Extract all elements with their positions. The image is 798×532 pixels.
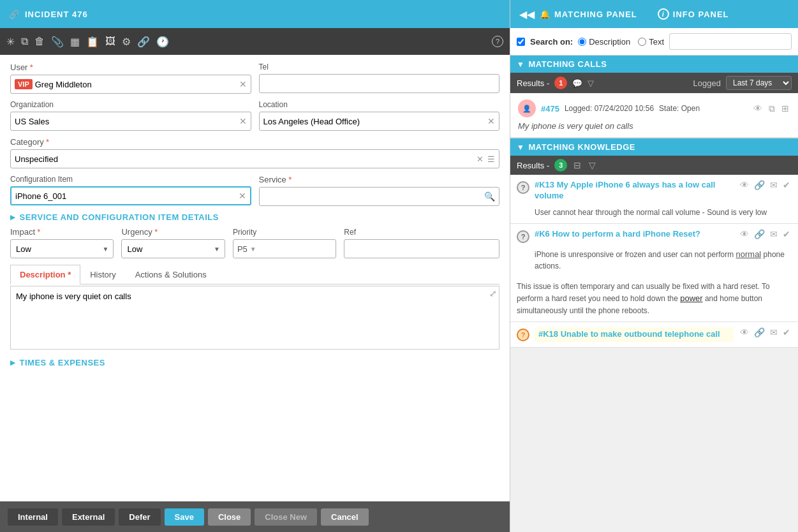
location-input[interactable] — [263, 117, 485, 126]
impact-urgency-row: Impact * Low Medium High Urgency * — [10, 227, 499, 258]
k18-view-button[interactable]: 👁 — [739, 327, 750, 337]
toolbar-icon-clipboard[interactable]: 📋 — [86, 36, 99, 48]
tab-actions-solutions[interactable]: Actions & Solutions — [126, 265, 216, 284]
tel-input-wrapper[interactable] — [259, 74, 500, 93]
knowledge-actions-k13: 👁 🔗 ✉ ✔ — [739, 180, 792, 190]
k18-link-button[interactable]: 🔗 — [753, 327, 766, 337]
close-new-button[interactable]: Close New — [255, 508, 317, 526]
tab-history[interactable]: History — [80, 265, 125, 284]
results-label: Results - — [517, 78, 549, 88]
category-menu-icon[interactable]: ☰ — [487, 154, 495, 164]
category-input-wrapper[interactable]: ✕ ☰ — [10, 149, 499, 168]
search-bar: Search on: Description Text — [510, 28, 798, 55]
toolbar-icon-attach[interactable]: 📎 — [51, 36, 64, 48]
toolbar-icon-image[interactable]: 🖼 — [105, 36, 115, 47]
internal-button[interactable]: Internal — [8, 508, 58, 526]
toolbar-icon-clock[interactable]: 🕐 — [156, 36, 169, 48]
urgency-label: Urgency * — [121, 227, 225, 237]
call-number[interactable]: #475 — [541, 104, 559, 114]
ref-input[interactable] — [348, 244, 495, 254]
text-radio-label[interactable]: Text — [638, 37, 664, 47]
toolbar-icon-link[interactable]: 🔗 — [137, 36, 150, 48]
toolbar-icon-asterisk[interactable]: ✳ — [6, 36, 15, 48]
description-textarea[interactable]: My iphone is very quiet on calls — [10, 286, 499, 350]
category-required: * — [46, 137, 49, 147]
service-search-button[interactable]: 🔍 — [484, 191, 495, 202]
urgency-select[interactable]: Low Medium High — [121, 239, 225, 258]
org-clear-button[interactable]: ✕ — [239, 116, 247, 126]
service-input[interactable] — [263, 192, 482, 202]
ref-input-wrapper[interactable] — [344, 239, 499, 258]
k6-view-button[interactable]: 👁 — [739, 229, 750, 239]
impact-select-wrapper[interactable]: Low Medium High — [10, 239, 114, 258]
location-clear-button[interactable]: ✕ — [487, 116, 495, 126]
knowledge-copy-button[interactable]: ⊟ — [572, 160, 582, 170]
config-input[interactable] — [15, 191, 236, 201]
matching-knowledge-area: ▼ MATCHING KNOWLEDGE Results - 3 ⊟ ▽ ? #… — [510, 138, 798, 532]
user-clear-button[interactable]: ✕ — [239, 79, 247, 89]
config-input-wrapper[interactable]: ✕ — [10, 186, 251, 205]
location-input-wrapper[interactable]: ✕ — [259, 112, 500, 131]
user-tel-row: User * VIP ✕ Tel — [10, 63, 499, 94]
times-expenses-toggle[interactable]: TIMES & EXPENSES — [10, 358, 499, 367]
k13-link-button[interactable]: 🔗 — [753, 180, 766, 190]
save-button[interactable]: Save — [165, 508, 204, 526]
info-icon: i — [658, 8, 669, 20]
k6-email-button[interactable]: ✉ — [769, 229, 779, 239]
priority-display[interactable]: P5 ▼ — [233, 239, 336, 258]
k18-check-button[interactable]: ✔ — [781, 327, 792, 337]
defer-button[interactable]: Defer — [119, 508, 160, 526]
info-panel-title: i INFO PANEL — [658, 8, 729, 20]
link-icon: 🔗 — [9, 10, 20, 19]
org-input-wrapper[interactable]: ✕ — [10, 112, 251, 131]
description-radio-label[interactable]: Description — [578, 37, 630, 47]
matching-knowledge-collapse-icon[interactable]: ▼ — [517, 143, 524, 152]
urgency-select-wrapper[interactable]: Low Medium High — [121, 239, 225, 258]
panel-nav-icon[interactable]: ◀◀ — [519, 8, 535, 20]
knowledge-title-k6[interactable]: #K6 How to perform a hard iPhone Reset? — [535, 229, 734, 240]
close-button[interactable]: Close — [208, 508, 251, 526]
config-clear-button[interactable]: ✕ — [239, 191, 246, 201]
category-clear-icon[interactable]: ✕ — [477, 154, 484, 164]
help-button[interactable]: ? — [492, 36, 503, 47]
expand-icon[interactable]: ⤢ — [489, 288, 497, 299]
call-edit-button[interactable]: ⧉ — [767, 103, 776, 114]
toolbar-icon-delete[interactable]: 🗑 — [34, 36, 45, 47]
knowledge-results-label: Results - — [517, 161, 549, 170]
knowledge-item-k13-header: ? #K13 My Apple iPhone 6 always has a lo… — [510, 175, 798, 207]
k6-link-button[interactable]: 🔗 — [753, 229, 766, 239]
logged-select[interactable]: Last 7 days Last 30 days Last 90 days Al… — [726, 76, 792, 90]
category-input[interactable] — [15, 154, 474, 164]
impact-select[interactable]: Low Medium High — [10, 239, 114, 258]
user-input-wrapper[interactable]: VIP ✕ — [10, 75, 251, 94]
service-input-wrapper[interactable]: 🔍 — [259, 187, 500, 206]
k13-view-button[interactable]: 👁 — [739, 180, 750, 190]
knowledge-title-k13[interactable]: #K13 My Apple iPhone 6 always has a low … — [535, 180, 734, 202]
call-view-button[interactable]: 👁 — [752, 103, 764, 114]
k13-check-button[interactable]: ✔ — [781, 180, 792, 190]
tel-input[interactable] — [263, 79, 496, 89]
text-radio[interactable] — [638, 38, 646, 46]
toolbar-icon-settings[interactable]: ⚙ — [122, 36, 131, 48]
tab-description[interactable]: Description — [10, 265, 80, 284]
k18-email-button[interactable]: ✉ — [769, 327, 779, 337]
description-radio[interactable] — [578, 38, 586, 46]
search-checkbox[interactable] — [517, 38, 525, 46]
filter-icon[interactable]: ▽ — [587, 78, 594, 88]
toolbar-icon-copy[interactable]: ⧉ — [21, 36, 28, 47]
search-input[interactable] — [669, 33, 792, 50]
org-input[interactable] — [15, 117, 237, 126]
external-button[interactable]: External — [62, 508, 115, 526]
knowledge-title-k18[interactable]: #K18 Unable to make outbound telephone c… — [535, 327, 734, 342]
k13-email-button[interactable]: ✉ — [769, 180, 779, 190]
service-details-toggle[interactable]: SERVICE AND CONFIGURATION ITEM DETAILS — [10, 212, 499, 222]
call-actions: 👁 ⧉ ⊞ — [752, 103, 790, 114]
toolbar-icon-grid[interactable]: ▦ — [70, 36, 80, 48]
knowledge-desc-k13: User cannot hear through the normal call… — [510, 207, 798, 223]
call-more-button[interactable]: ⊞ — [780, 103, 790, 114]
cancel-button[interactable]: Cancel — [321, 508, 369, 526]
k6-check-button[interactable]: ✔ — [781, 229, 792, 239]
knowledge-filter-button[interactable]: ▽ — [587, 160, 597, 170]
matching-calls-collapse-icon[interactable]: ▼ — [517, 60, 524, 69]
user-input[interactable] — [35, 80, 237, 89]
